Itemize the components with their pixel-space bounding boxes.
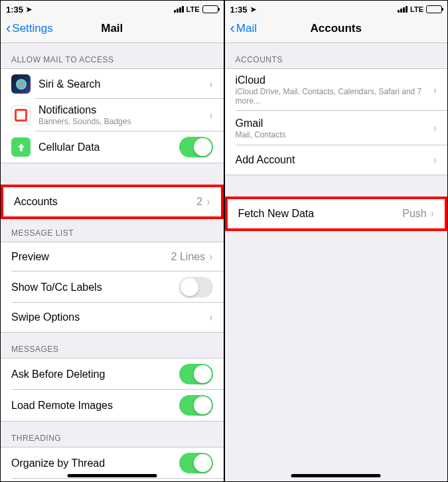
nav-bar: ‹Settings Mail: [1, 14, 224, 43]
chevron-right-icon: ›: [209, 311, 212, 323]
chevron-right-icon: ›: [431, 208, 434, 220]
swipe-row[interactable]: Swipe Options ›: [1, 303, 224, 332]
notifications-icon: [11, 106, 31, 125]
back-label: Mail: [236, 22, 257, 35]
section-header-msglist: MESSAGE LIST: [1, 216, 224, 242]
chevron-right-icon: ›: [209, 78, 212, 90]
accounts-count: 2: [196, 196, 202, 208]
chevron-right-icon: ›: [209, 110, 212, 121]
cellular-label: Cellular Data: [38, 141, 179, 153]
battery-icon: [202, 5, 218, 13]
icloud-label: iCloud: [236, 74, 433, 86]
organize-switch[interactable]: [179, 453, 213, 473]
network-label: LTE: [187, 5, 200, 13]
gmail-label: Gmail: [236, 118, 433, 129]
notif-sub: Banners, Sounds, Badges: [38, 117, 209, 126]
ask-switch[interactable]: [179, 364, 213, 384]
network-label: LTE: [410, 5, 423, 13]
page-title: Accounts: [225, 22, 448, 35]
load-label: Load Remote Images: [11, 400, 179, 412]
icloud-sub: iCloud Drive, Mail, Contacts, Calendars,…: [236, 87, 433, 106]
icloud-row[interactable]: iCloudiCloud Drive, Mail, Contacts, Cale…: [225, 69, 448, 111]
tocc-label: Show To/Cc Labels: [11, 281, 179, 293]
gmail-sub: Mail, Contacts: [236, 130, 433, 139]
section-header-threading: THREADING: [1, 422, 224, 447]
location-icon: ➤: [250, 5, 256, 14]
home-indicator[interactable]: [291, 474, 381, 477]
swipe-label: Swipe Options: [11, 311, 209, 323]
cellular-icon: [11, 137, 31, 157]
status-bar: 1:35➤ LTE: [225, 1, 448, 14]
status-time: 1:35: [6, 5, 23, 15]
nav-bar: ‹Mail Accounts: [225, 14, 448, 43]
accounts-label: Accounts: [14, 196, 196, 208]
section-header-messages: MESSAGES: [1, 333, 224, 358]
fetch-new-data-row[interactable]: Fetch New Data Push ›: [228, 199, 445, 228]
notifications-row[interactable]: NotificationsBanners, Sounds, Badges ›: [1, 99, 224, 131]
siri-label: Siri & Search: [38, 78, 209, 90]
fetch-value: Push: [402, 208, 426, 220]
load-images-row[interactable]: Load Remote Images: [1, 390, 224, 421]
siri-icon: [11, 74, 31, 94]
back-button[interactable]: ‹Mail: [230, 20, 258, 37]
section-header-accounts: ACCOUNTS: [225, 43, 448, 68]
add-label: Add Account: [236, 154, 433, 166]
chevron-left-icon: ‹: [230, 20, 235, 37]
tocc-row[interactable]: Show To/Cc Labels: [1, 272, 224, 303]
siri-search-row[interactable]: Siri & Search ›: [1, 69, 224, 99]
accounts-screen: 1:35➤ LTE ‹Mail Accounts ACCOUNTS iCloud…: [225, 1, 448, 481]
signal-icon: [398, 6, 408, 13]
back-button[interactable]: ‹Settings: [6, 20, 53, 37]
chevron-right-icon: ›: [433, 154, 437, 166]
cellular-data-row[interactable]: Cellular Data: [1, 131, 224, 163]
gmail-row[interactable]: GmailMail, Contacts ›: [225, 111, 448, 145]
collapse-row[interactable]: Collapse Read Messages: [1, 479, 224, 481]
signal-icon: [174, 6, 184, 13]
mail-settings-screen: 1:35➤ LTE ‹Settings Mail ALLOW MAIL TO A…: [1, 1, 225, 481]
organize-label: Organize by Thread: [11, 457, 179, 469]
preview-value: 2 Lines: [171, 251, 206, 263]
tocc-switch[interactable]: [179, 277, 213, 297]
ask-delete-row[interactable]: Ask Before Deleting: [1, 359, 224, 390]
home-indicator[interactable]: [67, 474, 157, 477]
notif-label: Notifications: [38, 104, 209, 116]
chevron-right-icon: ›: [433, 122, 437, 134]
back-label: Settings: [12, 22, 52, 35]
preview-label: Preview: [11, 251, 171, 263]
chevron-right-icon: ›: [206, 196, 210, 208]
status-time: 1:35: [230, 5, 248, 15]
add-account-row[interactable]: Add Account ›: [225, 145, 448, 175]
location-icon: ➤: [26, 5, 32, 14]
chevron-right-icon: ›: [209, 251, 212, 263]
ask-label: Ask Before Deleting: [11, 368, 179, 380]
chevron-left-icon: ‹: [6, 20, 11, 37]
content: ACCOUNTS iCloudiCloud Drive, Mail, Conta…: [225, 43, 448, 481]
load-switch[interactable]: [179, 395, 213, 416]
fetch-label: Fetch New Data: [238, 208, 403, 220]
chevron-right-icon: ›: [433, 84, 437, 96]
content: ALLOW MAIL TO ACCESS Siri & Search › Not…: [1, 43, 224, 481]
accounts-row[interactable]: Accounts 2 ›: [3, 187, 221, 216]
preview-row[interactable]: Preview 2 Lines ›: [1, 242, 224, 272]
status-bar: 1:35➤ LTE: [1, 1, 224, 14]
cellular-switch[interactable]: [179, 137, 213, 157]
section-header-allow: ALLOW MAIL TO ACCESS: [1, 43, 224, 68]
battery-icon: [426, 5, 442, 13]
